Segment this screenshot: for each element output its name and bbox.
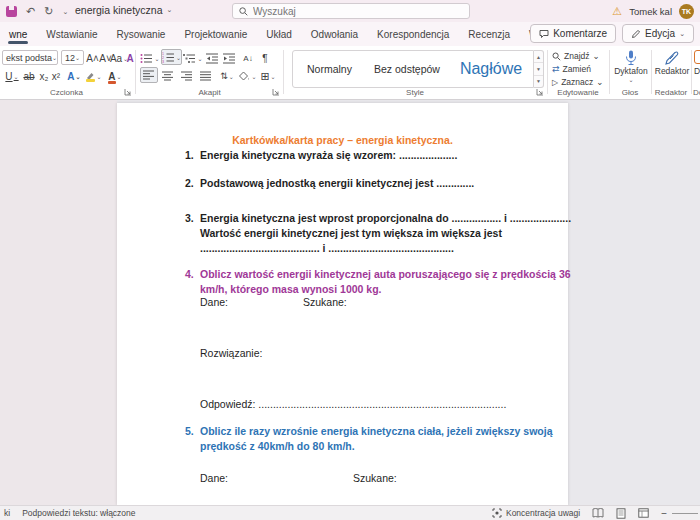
addins-button[interactable]: Do [694, 50, 700, 76]
redo-icon[interactable]: ↻ [44, 6, 53, 17]
save-icon[interactable] [6, 6, 17, 17]
change-case-label: Aa [110, 53, 122, 64]
voice-group-label: Głos [610, 88, 650, 97]
increase-indent-button[interactable] [221, 50, 237, 66]
chevron-down-icon: ⌄ [679, 30, 685, 38]
chevron-down-icon: ⌄ [154, 55, 159, 62]
tab-korespondencja[interactable]: Korespondencja [376, 24, 450, 45]
tab-rysowanie[interactable]: Rysowanie [116, 24, 167, 45]
doc-q4-line1: Oblicz wartość energii kinetycznej auta … [200, 267, 571, 282]
zoom-control[interactable]: − [661, 508, 698, 519]
editor-button[interactable]: Redaktor [654, 50, 690, 76]
editor-label: Redaktor [654, 66, 690, 76]
document-title[interactable]: energia kinetyczna ⌄ [75, 4, 172, 16]
chevron-down-icon: ⌄ [75, 54, 80, 61]
decrease-indent-button[interactable] [204, 50, 220, 66]
find-button[interactable]: Znajdź ⌄ [552, 51, 600, 61]
align-right-button[interactable] [178, 68, 196, 84]
line-spacing-button[interactable]: ⇅ ⌄ [217, 68, 237, 84]
doc-q5-line2: prędkość z 40km/h do 80 km/h. [200, 439, 355, 454]
bullets-icon [140, 53, 153, 64]
chevron-down-icon: ⌄ [197, 55, 202, 62]
justify-button[interactable] [197, 68, 215, 84]
styles-group-label: Style [284, 88, 546, 97]
decrease-indent-icon [206, 53, 219, 64]
tab-wstawianie[interactable]: Wstawianie [45, 24, 98, 45]
select-button[interactable]: ▷ Zaznacz ⌄ [552, 77, 603, 87]
tab-odwolania[interactable]: Odwołania [310, 24, 359, 45]
addins-icon [694, 50, 700, 64]
font-size-combo[interactable]: 12 ⌄ [61, 50, 84, 65]
doc-q5-line1: Oblicz ile razy wzrośnie energia kinetyc… [200, 424, 553, 439]
numbering-button[interactable]: 123 ⌄ [161, 49, 182, 65]
chevron-down-icon: ⌄ [52, 54, 57, 61]
font-name-combo[interactable]: ekst podsta ⌄ [2, 50, 58, 65]
sort-button[interactable]: A↓ [239, 50, 257, 66]
doc-q3-line3: ........................................… [200, 241, 454, 256]
language-indicator[interactable]: ki [4, 508, 10, 518]
borders-icon: ⊞ [260, 70, 269, 83]
search-icon [239, 7, 248, 16]
comments-button[interactable]: Komentarze [530, 24, 616, 43]
strikethrough-button[interactable]: ab [22, 68, 36, 84]
font-color-button[interactable]: A ⌄ [106, 68, 124, 84]
underline-button[interactable]: U⌄ [4, 68, 20, 84]
dictate-button[interactable]: Dyktafon ⌄ [612, 50, 650, 83]
chevron-down-icon: ⌄ [251, 73, 256, 80]
multilevel-list-button[interactable]: ⌄ [183, 50, 203, 66]
doc-heading: Kartkówka/karta pracy – energia kinetycz… [117, 133, 568, 148]
doc-szukane-2: Szukane: [353, 471, 397, 486]
undo-icon[interactable]: ↶ [26, 6, 35, 17]
text-effects-button[interactable]: A⌄ [66, 68, 82, 84]
print-layout-icon [616, 508, 626, 519]
customize-qat-icon[interactable]: ⌄ [62, 8, 68, 15]
tab-recenzja[interactable]: Recenzja [467, 24, 511, 45]
shading-button[interactable]: ⌄ [239, 68, 257, 84]
tab-projektowanie[interactable]: Projektowanie [183, 24, 248, 45]
subscript-button[interactable]: x₂ [38, 68, 50, 84]
search-box[interactable] [232, 3, 470, 19]
style-normalny[interactable]: Normalny [307, 63, 352, 75]
borders-button[interactable]: ⊞ ⌄ [258, 68, 278, 84]
zoom-slider[interactable] [672, 513, 698, 514]
tab-glowne[interactable]: wne [8, 24, 28, 45]
tabrow-right: Komentarze Edycja ⌄ [530, 24, 694, 43]
style-naglowek-1[interactable]: Nagłówe [460, 60, 522, 78]
doc-q3-number: 3. [185, 211, 194, 226]
print-layout-button[interactable] [616, 508, 626, 519]
doc-odpowiedz: Odpowiedź: .............................… [200, 397, 506, 412]
warning-icon[interactable]: ⚠ [612, 6, 622, 17]
align-left-icon [143, 70, 155, 80]
find-label: Znajdź [564, 51, 590, 61]
highlight-color-button[interactable]: ⌄ [85, 68, 103, 84]
paint-bucket-icon [239, 71, 250, 81]
styles-gallery-more-icon[interactable]: ▼ [534, 76, 543, 87]
increase-indent-icon [223, 53, 236, 64]
text-effects-label: A [67, 71, 74, 82]
ribbon-tab-row: wne Wstawianie Rysowanie Projektowanie U… [0, 22, 700, 46]
doc-q2-text: Podstawową jednostką energii kinetycznej… [200, 176, 474, 191]
ribbon-separator [135, 50, 136, 94]
focus-mode-button[interactable]: Koncentracja uwagi [492, 508, 580, 518]
pilcrow-button[interactable]: ¶ [258, 50, 272, 66]
styles-scroll-up-icon[interactable]: ▲ [534, 51, 543, 63]
chevron-down-icon: ⌄ [593, 51, 600, 61]
styles-scroll-down-icon[interactable]: ▼ [534, 63, 543, 75]
avatar[interactable]: TK [679, 4, 694, 19]
align-left-button[interactable] [140, 67, 158, 83]
tab-uklad[interactable]: Układ [265, 24, 293, 45]
search-input[interactable] [253, 6, 433, 17]
web-layout-button[interactable] [638, 508, 649, 518]
zoom-out-icon[interactable]: − [661, 508, 667, 519]
text-predictions-status[interactable]: Podpowiedzi tekstu: włączone [22, 508, 135, 518]
editing-mode-button[interactable]: Edycja ⌄ [622, 24, 694, 43]
replace-button[interactable]: ⇄ Zamień [552, 64, 591, 74]
document-page[interactable]: Kartkówka/karta pracy – energia kinetycz… [117, 103, 568, 505]
chevron-down-icon: ⌄ [14, 73, 19, 80]
superscript-button[interactable]: x² [50, 68, 62, 84]
read-mode-button[interactable] [592, 508, 604, 518]
bullets-button[interactable]: ⌄ [140, 50, 160, 66]
align-center-button[interactable] [159, 68, 177, 84]
style-bez-odstepow[interactable]: Bez odstępów [374, 63, 440, 75]
grow-font-button[interactable]: A˄ [86, 50, 99, 66]
